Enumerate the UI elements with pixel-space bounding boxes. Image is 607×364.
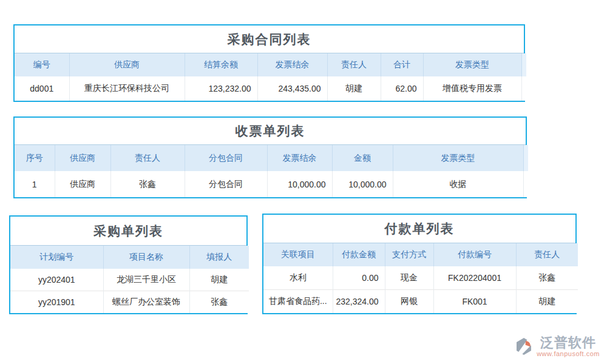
cell-invoice-balance: 10,000.00: [267, 171, 332, 197]
column-header: 责任人: [516, 243, 578, 266]
cell-responsible: 胡建: [327, 76, 381, 101]
cell-payment-amount: 232,324.00: [333, 290, 385, 314]
column-header: 结算余额: [185, 53, 257, 76]
cell-payment-method: 现金: [385, 266, 433, 290]
cell-supplier: 重庆长江环保科技公司: [69, 76, 185, 101]
cell-subcontract: 分包合同: [185, 171, 267, 197]
column-header: 分包合同: [185, 145, 267, 171]
cell-invoice-type: 收据: [393, 171, 523, 197]
receipt-list-title: 收票单列表: [15, 118, 526, 145]
table-row[interactable]: yy201901 螺丝厂办公室装饰 张鑫: [10, 291, 249, 314]
cell-responsible: 胡建: [516, 290, 578, 314]
receipt-list-card: 收票单列表 序号 供应商 责任人 分包合同 发票结余 金额 发票类型 1 供应商: [13, 116, 527, 198]
column-header: 付款金额: [333, 243, 385, 266]
column-header: 关联项目: [263, 243, 333, 266]
fanpu-logo-link[interactable]: 泛普软件 www.fanpusoft.com: [514, 335, 600, 358]
header-row: 序号 供应商 责任人 分包合同 发票结余 金额 发票类型: [15, 145, 528, 171]
scrollbar-gutter: [523, 145, 528, 171]
purchase-order-table: 计划编号 项目名称 填报人 yy202401 龙湖三千里小区 胡建 yy2019…: [10, 246, 249, 313]
column-header: 合计: [381, 53, 423, 76]
cell-payment-method: 网银: [385, 290, 433, 314]
cell-invoice-balance: 243,435.00: [257, 76, 327, 101]
purchase-order-list-title: 采购单列表: [10, 217, 246, 246]
column-header: 供应商: [55, 145, 110, 171]
scrollbar-gutter: [521, 76, 526, 101]
cell-invoice-type: 增值税专用发票: [423, 76, 521, 101]
table-row[interactable]: yy202401 龙湖三千里小区 胡建: [10, 269, 249, 291]
payment-order-list-title: 付款单列表: [263, 215, 575, 243]
cell-plan-code: yy202401: [10, 269, 103, 291]
cell-total: 62.00: [381, 76, 423, 101]
purchase-order-list-card: 采购单列表 计划编号 项目名称 填报人 yy202401 龙湖三千里小区 胡建 …: [9, 215, 248, 314]
cell-seq: 1: [15, 171, 55, 197]
payment-order-table: 关联项目 付款金额 支付方式 付款编号 责任人 水利 0.00 现金 FK202…: [263, 243, 578, 313]
column-header: 项目名称: [103, 246, 189, 269]
purchase-contract-list-title: 采购合同列表: [15, 25, 524, 53]
table-row[interactable]: 甘肃省食品药... 232,324.00 网银 FK001 胡建: [263, 290, 578, 314]
receipt-table: 序号 供应商 责任人 分包合同 发票结余 金额 发票类型 1 供应商 张鑫 分包…: [15, 145, 528, 197]
purchase-contract-list-card: 采购合同列表 编号 供应商 结算余额 发票结余 责任人 合计 发票类型 dd00…: [13, 24, 525, 102]
scrollbar-gutter: [521, 53, 526, 76]
header-row: 编号 供应商 结算余额 发票结余 责任人 合计 发票类型: [15, 53, 526, 76]
cell-project-name: 龙湖三千里小区: [103, 269, 189, 291]
column-header: 序号: [15, 145, 55, 171]
cell-payment-amount: 0.00: [333, 266, 385, 290]
column-header: 编号: [15, 53, 69, 76]
column-header: 付款编号: [433, 243, 516, 266]
fanpu-logo-text: 泛普软件 www.fanpusoft.com: [537, 335, 600, 358]
fanpu-website-url[interactable]: www.fanpusoft.com: [537, 350, 600, 358]
column-header: 供应商: [69, 53, 185, 76]
cell-settlement-balance: 123,232.00: [185, 76, 257, 101]
column-header: 责任人: [110, 145, 185, 171]
column-header: 金额: [332, 145, 393, 171]
fanpu-brand-name: 泛普软件: [540, 335, 596, 350]
column-header: 发票结余: [257, 53, 327, 76]
fanpu-logo-icon: [514, 337, 534, 356]
column-header: 计划编号: [10, 246, 103, 269]
cell-filler: 张鑫: [189, 291, 249, 314]
cell-payment-code: FK202204001: [433, 266, 516, 290]
cell-payment-code: FK001: [433, 290, 516, 314]
payment-order-list-card: 付款单列表 关联项目 付款金额 支付方式 付款编号 责任人 水利 0.00 现金…: [262, 214, 577, 314]
cell-project-name: 螺丝厂办公室装饰: [103, 291, 189, 314]
cell-responsible: 张鑫: [516, 266, 578, 290]
cell-code: dd001: [15, 76, 69, 101]
table-row[interactable]: 1 供应商 张鑫 分包合同 10,000.00 10,000.00 收据: [15, 171, 528, 197]
column-header: 支付方式: [385, 243, 433, 266]
column-header: 发票类型: [393, 145, 523, 171]
column-header: 发票结余: [267, 145, 332, 171]
header-row: 关联项目 付款金额 支付方式 付款编号 责任人: [263, 243, 578, 266]
cell-related-project: 水利: [263, 266, 333, 290]
table-row[interactable]: 水利 0.00 现金 FK202204001 张鑫: [263, 266, 578, 290]
column-header: 填报人: [189, 246, 249, 269]
cell-responsible: 张鑫: [110, 171, 185, 197]
cell-related-project: 甘肃省食品药...: [263, 290, 333, 314]
cell-plan-code: yy201901: [10, 291, 103, 314]
column-header: 责任人: [327, 53, 381, 76]
column-header: 发票类型: [423, 53, 521, 76]
cell-filler: 胡建: [189, 269, 249, 291]
scrollbar-gutter: [523, 171, 528, 197]
purchase-contract-table: 编号 供应商 结算余额 发票结余 责任人 合计 发票类型 dd001 重庆长江环…: [15, 53, 526, 101]
cell-amount: 10,000.00: [332, 171, 393, 197]
table-row[interactable]: dd001 重庆长江环保科技公司 123,232.00 243,435.00 胡…: [15, 76, 526, 101]
header-row: 计划编号 项目名称 填报人: [10, 246, 249, 269]
cell-supplier: 供应商: [55, 171, 110, 197]
